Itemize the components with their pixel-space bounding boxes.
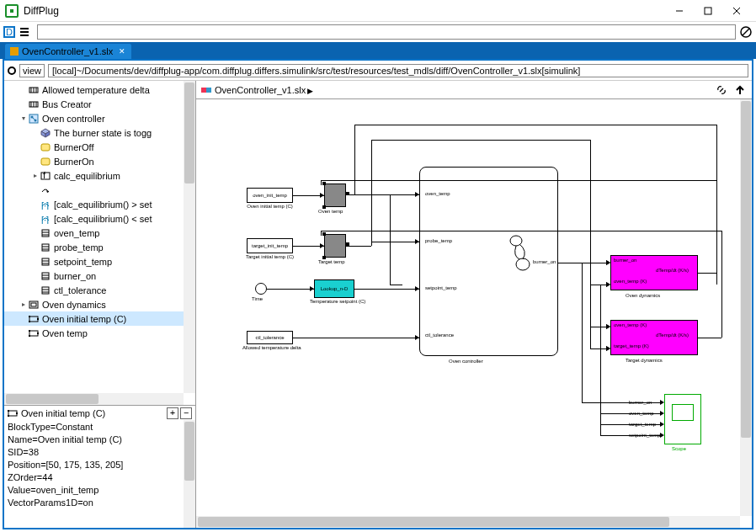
view-button[interactable]: view (19, 64, 45, 77)
cube-icon (40, 127, 51, 139)
tab-file[interactable]: OvenController_v1.slx ✕ (5, 44, 131, 59)
svg-rect-25 (41, 158, 50, 165)
stop-icon[interactable] (739, 25, 753, 39)
tree-item[interactable]: BurnerOn (4, 154, 195, 168)
tree-label: The burner state is togg (54, 128, 152, 138)
up-arrow-icon[interactable] (733, 83, 747, 97)
block-caption: Temperature setpoint (C) (310, 299, 359, 304)
svg-rect-1 (705, 8, 711, 14)
link-icon[interactable] (715, 83, 728, 97)
property-row[interactable]: VectorParams1D=on (8, 497, 192, 510)
svg-rect-55 (37, 332, 39, 334)
model-canvas[interactable]: oven_init_tempOven initial temp (C)Oven … (196, 99, 752, 528)
const-block[interactable]: target_init_temp (247, 238, 293, 253)
lookup-block[interactable]: Lookup_n-D (314, 279, 354, 298)
tree-item[interactable]: burner_on (4, 269, 195, 283)
properties-panel[interactable]: BlockType=ConstantName=Oven initial temp… (4, 420, 195, 528)
menu-icon[interactable] (19, 26, 30, 38)
tree-label: Bus Creator (42, 99, 92, 109)
address-bar[interactable] (37, 24, 736, 40)
minimize-button[interactable] (665, 2, 694, 20)
tree-label: [calc_equilibrium() < set (54, 214, 152, 224)
property-row[interactable]: Value=oven_init_temp (8, 485, 192, 497)
tree-item[interactable]: Bus Creator (4, 97, 195, 111)
scope-block[interactable] (664, 394, 701, 444)
tree-vscrollbar[interactable] (184, 81, 195, 393)
const-block[interactable]: ctl_tolerance (247, 331, 293, 344)
tree-item[interactable] (4, 183, 195, 197)
canvas-vscrollbar[interactable] (740, 99, 752, 516)
state-icon (40, 141, 51, 153)
tree-label: BurnerOn (54, 157, 94, 167)
svg-rect-40 (42, 273, 49, 279)
collapse-button[interactable]: − (180, 407, 192, 419)
svg-rect-34 (42, 244, 49, 251)
tree-label: calc_equilibrium (54, 171, 120, 181)
window-title: DiffPlug (24, 5, 665, 17)
svg-rect-59 (16, 412, 18, 414)
tree-item[interactable]: ▾Oven controller (4, 111, 195, 125)
tree-item[interactable]: ▸fcalc_equilibrium (4, 168, 195, 183)
tree-twisty[interactable]: ▸ (19, 301, 28, 308)
tree-item[interactable]: ▸Oven dynamics (4, 297, 195, 311)
close-button[interactable] (722, 2, 751, 20)
tree-item[interactable]: oven_temp (4, 226, 195, 240)
tree-twisty[interactable]: ▾ (19, 114, 28, 122)
svg-text:[·]: [·] (41, 215, 49, 224)
svg-rect-57 (8, 410, 9, 412)
property-row[interactable]: Position=[50, 175, 135, 205] (8, 460, 192, 472)
tree-item[interactable]: Oven temp (4, 326, 195, 340)
tree-item[interactable]: [·][calc_equilibrium() > set (4, 197, 195, 211)
subsys-icon (28, 299, 40, 311)
model-tree[interactable]: Allowed temperature deltaBus Creator▾Ove… (4, 81, 195, 405)
maximize-button[interactable] (694, 2, 722, 20)
tree-hscrollbar[interactable] (4, 393, 184, 405)
properties-title: Oven initial temp (C) (21, 408, 165, 418)
canvas-title: OvenController_v1.slx▶ (215, 85, 710, 95)
integrator-block[interactable] (324, 184, 346, 207)
svg-rect-49 (29, 316, 30, 317)
tree-label: ctl_tolerance (54, 285, 106, 295)
tab-close-icon[interactable]: ✕ (118, 47, 126, 56)
svg-rect-37 (42, 258, 49, 265)
tree-label: setpoint_temp (54, 257, 112, 267)
svg-rect-31 (42, 230, 49, 237)
tree-item[interactable]: probe_temp (4, 240, 195, 254)
diff-icon[interactable]: D (3, 26, 15, 38)
expand-button[interactable]: + (167, 407, 178, 419)
tree-item[interactable]: ctl_tolerance (4, 283, 195, 297)
property-row[interactable]: SID=38 (8, 447, 192, 460)
tree-item[interactable]: Oven initial temp (C) (4, 311, 195, 326)
chart-icon (28, 113, 40, 125)
tree-label: burner_on (54, 271, 96, 281)
property-row[interactable]: Name=Oven initial temp (C) (8, 434, 192, 447)
trans-icon (40, 184, 51, 196)
property-row[interactable]: ZOrder=44 (8, 472, 192, 485)
svg-text:D: D (6, 27, 13, 37)
cond-icon: [·] (40, 199, 51, 210)
svg-rect-43 (42, 287, 49, 294)
data-icon (40, 256, 51, 268)
tree-twisty[interactable]: ▸ (31, 172, 40, 179)
bus-icon (28, 98, 40, 110)
svg-rect-24 (41, 144, 50, 151)
tree-item[interactable]: [·][calc_equilibrium() < set (4, 211, 195, 226)
tree-item[interactable]: BurnerOff (4, 140, 195, 154)
tree-item[interactable]: The burner state is togg (4, 125, 195, 140)
simulink-file-icon (201, 85, 211, 95)
tree-label: [calc_equilibrium() > set (54, 200, 152, 210)
tree-item[interactable]: Allowed temperature delta (4, 82, 195, 97)
fn-icon: f (40, 170, 51, 182)
svg-rect-60 (201, 88, 206, 93)
tab-label: OvenController_v1.slx (22, 46, 113, 56)
clock-block[interactable] (255, 283, 267, 295)
const-block[interactable]: oven_init_temp (247, 188, 293, 203)
canvas-hscrollbar[interactable] (196, 516, 740, 528)
path-field[interactable]: [local]~/Documents/dev/diffplug-app/com.… (48, 64, 748, 77)
property-row[interactable]: BlockType=Constant (8, 422, 192, 434)
props-vscrollbar[interactable] (184, 420, 195, 528)
tree-label: Allowed temperature delta (42, 85, 150, 95)
tree-item[interactable]: setpoint_temp (4, 254, 195, 269)
integrator-block[interactable] (324, 234, 346, 258)
tree-label: oven_temp (54, 228, 99, 238)
